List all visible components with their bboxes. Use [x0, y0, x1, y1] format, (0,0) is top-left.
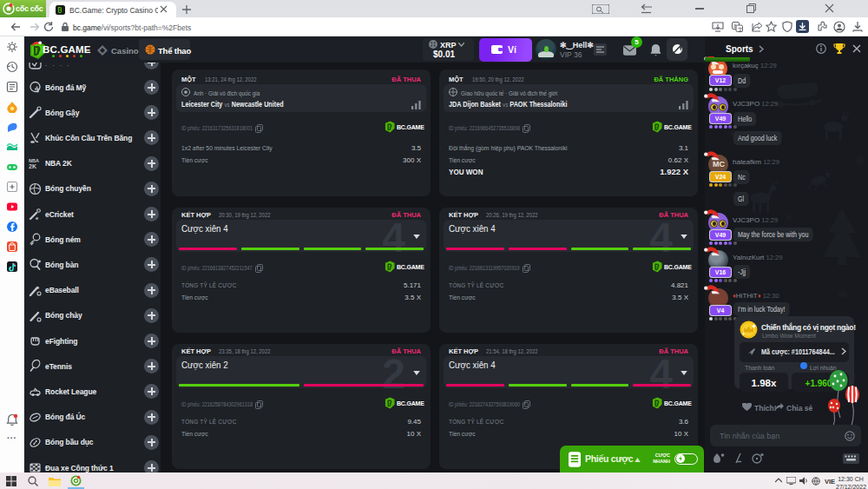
svg-text:2K: 2K [29, 163, 36, 169]
svg-text:e: e [36, 285, 40, 290]
svg-text:文: 文 [738, 26, 743, 32]
svg-text:e: e [36, 215, 39, 221]
